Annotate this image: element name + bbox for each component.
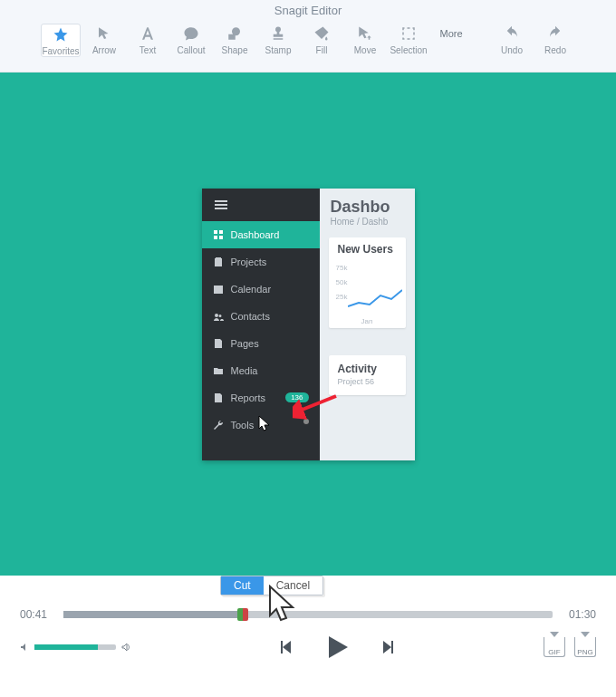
stamp-tool[interactable]: Stamp [258, 24, 298, 55]
export-gif-button[interactable]: GIF [544, 637, 565, 657]
undo-label: Undo [501, 45, 523, 55]
main-toolbar: Favorites Arrow Text Callout Shape Stamp [0, 22, 616, 73]
chart-y-ticks: 75k 50k 25k [336, 261, 348, 305]
arrow-label: Arrow [92, 45, 116, 55]
move-tool[interactable]: Move [345, 24, 385, 55]
sidebar-label: Pages [231, 338, 259, 349]
controls-row: GIF PNG [20, 634, 596, 661]
sidebar-label: Dashboard [231, 229, 280, 240]
undo-button[interactable]: Undo [492, 24, 532, 55]
new-users-card: New Users 75k 50k 25k Jan [329, 237, 406, 328]
text-label: Text [140, 45, 156, 55]
redo-label: Redo [544, 45, 566, 55]
selection-handle-right[interactable] [243, 608, 248, 621]
fill-label: Fill [316, 45, 328, 55]
red-arrow-annotation [293, 392, 338, 420]
more-tools[interactable]: More [432, 24, 472, 55]
arrow-tool[interactable]: Arrow [84, 24, 124, 55]
fill-tool[interactable]: Fill [302, 24, 342, 55]
sidebar-item-calendar: Calendar [202, 276, 320, 303]
export-gif-label: GIF [548, 648, 560, 656]
text-a-icon [138, 24, 158, 44]
undo-icon [502, 24, 522, 44]
page-icon [213, 338, 224, 349]
preview-content: Dashbo Home / Dashb New Users 75k 50k 25… [320, 189, 415, 460]
current-time: 00:41 [20, 608, 53, 621]
text-tool[interactable]: Text [128, 24, 168, 55]
card-title: Activity [329, 355, 406, 377]
export-buttons: GIF PNG [544, 637, 596, 657]
cursor-arrow-icon [94, 24, 114, 44]
export-png-label: PNG [577, 648, 592, 656]
svg-line-0 [300, 396, 336, 411]
sidebar-label: Reports [231, 392, 266, 403]
preview-cursor-icon [258, 415, 271, 431]
sidebar-label: Contacts [231, 311, 270, 322]
shapes-icon [225, 24, 245, 44]
volume-control[interactable] [20, 643, 130, 652]
stamp-icon [268, 24, 288, 44]
more-label-with-chevron: More [442, 24, 462, 44]
marquee-icon [399, 24, 419, 44]
breadcrumb: Home / Dashb [331, 217, 404, 227]
document-icon [213, 392, 224, 403]
stamp-label: Stamp [265, 45, 292, 55]
redo-button[interactable]: Redo [535, 24, 575, 55]
favorites-label: Favorites [42, 46, 79, 56]
people-icon [213, 311, 224, 322]
speaker-low-icon [20, 643, 29, 652]
sidebar-item-dashboard: Dashboard [202, 221, 320, 248]
timeline-row: 00:41 01:30 [20, 608, 596, 621]
timeline-track[interactable] [63, 611, 553, 618]
speech-bubble-icon [181, 24, 201, 44]
prev-frame-button[interactable] [278, 638, 296, 656]
sidebar-item-contacts: Contacts [202, 303, 320, 330]
hamburger-icon [202, 189, 320, 221]
timeline-selection[interactable] [237, 608, 248, 621]
cut-button[interactable]: Cut [221, 576, 264, 595]
favorites-tool[interactable]: Favorites [41, 24, 81, 57]
canvas-area[interactable]: Dashboard Projects Calendar Contacts [0, 73, 616, 576]
chart-x-label: Jan [329, 317, 406, 325]
grid-icon [213, 229, 224, 240]
cursor-overlay-icon [268, 585, 299, 623]
shape-label: Shape [222, 45, 248, 55]
next-frame-button[interactable] [378, 638, 396, 656]
sidebar-label: Projects [231, 257, 267, 267]
play-button[interactable] [323, 634, 351, 661]
star-icon [51, 24, 71, 44]
app-title: Snagit Editor [0, 0, 616, 22]
speaker-high-icon [121, 643, 130, 652]
move-label: Move [354, 45, 376, 55]
total-time: 01:30 [563, 608, 596, 621]
sidebar-item-pages: Pages [202, 330, 320, 357]
sidebar-item-media: Media [202, 357, 320, 384]
volume-slider[interactable] [34, 644, 116, 650]
selection-label: Selection [390, 45, 427, 55]
paint-bucket-icon [312, 24, 332, 44]
sidebar-item-projects: Projects [202, 248, 320, 276]
sparkline-chart [348, 277, 402, 314]
timeline-progress [63, 611, 245, 618]
calendar-icon [213, 284, 224, 295]
selection-tool[interactable]: Selection [389, 24, 428, 55]
callout-label: Callout [177, 45, 205, 55]
more-spacer [451, 45, 454, 55]
sidebar-label: Calendar [231, 284, 272, 295]
playback-panel: Cut Cancel 00:41 01:30 [0, 576, 616, 697]
page-title: Dashbo [331, 198, 404, 217]
sidebar-label: Media [231, 365, 258, 376]
activity-card: Activity Project 56 [329, 355, 406, 395]
transport-controls [130, 634, 544, 661]
export-png-button[interactable]: PNG [574, 637, 596, 657]
card-title: New Users [329, 237, 406, 257]
callout-tool[interactable]: Callout [171, 24, 211, 55]
redo-icon [545, 24, 565, 44]
move-cursor-icon [355, 24, 375, 44]
preview-header: Dashbo Home / Dashb [320, 189, 415, 232]
folder-icon [213, 365, 224, 376]
activity-subtitle: Project 56 [329, 377, 406, 386]
clipboard-icon [213, 257, 224, 267]
shape-tool[interactable]: Shape [215, 24, 255, 55]
sidebar-label: Tools [231, 420, 255, 431]
